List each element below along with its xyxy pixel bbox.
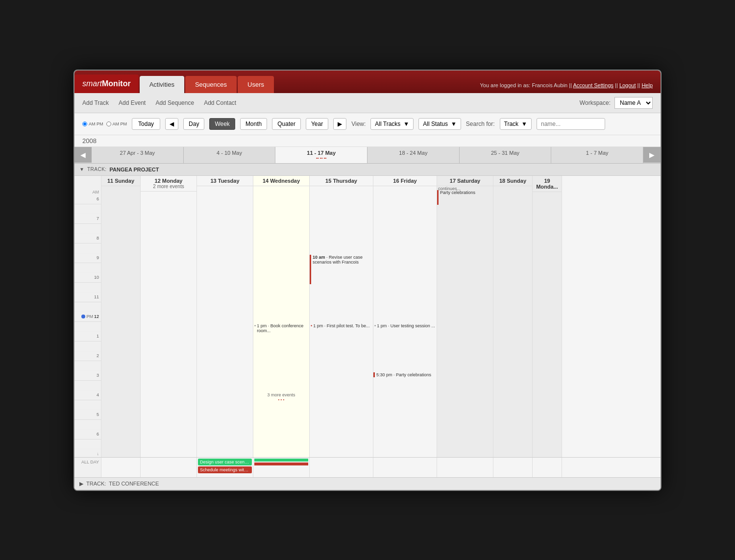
allday-design-continuation: [254, 459, 308, 462]
view-day-button[interactable]: Day: [183, 118, 204, 130]
workspace-select[interactable]: Name A: [614, 97, 653, 109]
year-label: 2008: [82, 137, 97, 145]
year-bar: 2008: [74, 135, 661, 147]
track1-toggle-icon: ▼: [79, 167, 84, 172]
monday-more-events[interactable]: 2 more events: [142, 184, 196, 189]
all-status-select[interactable]: All Status ▼: [418, 118, 461, 130]
logged-in-text: You are logged in as: Francois Aubin ||: [480, 82, 572, 88]
am-pm-group: AM PM AM PM: [82, 122, 127, 126]
help-link[interactable]: Help: [641, 82, 653, 88]
thursday-1pm-event[interactable]: • 1 pm · First pilot test. To be...: [311, 323, 372, 328]
allday-sunday18: [493, 458, 533, 477]
allday-wednesday14: [253, 458, 310, 477]
saturday-party-event[interactable]: Party celebrations: [440, 190, 492, 195]
day-col-friday16: 16 Friday • 1 pm · User testing session …: [373, 176, 437, 457]
time-1pm: 1: [74, 332, 101, 341]
allday-tuesday13: Design user case scenarios Schedule meet…: [197, 458, 253, 477]
ampm-radio-2[interactable]: AM PM: [106, 122, 127, 126]
days-grid: 11 Sunday 12 Monday 2 more events: [101, 176, 661, 457]
dropdown-icon: ▼: [521, 121, 527, 127]
day-header-sunday18: 18 Sunday: [493, 176, 532, 186]
day-header-friday16: 16 Friday: [373, 176, 437, 186]
tab-activities[interactable]: Activities: [140, 76, 184, 93]
tab-sequences[interactable]: Sequences: [185, 76, 237, 93]
track-search-select[interactable]: Track ▼: [500, 118, 532, 130]
day-header-tuesday13: 13 Tuesday: [197, 176, 253, 186]
week-next-button[interactable]: ▶: [643, 147, 661, 163]
friday-530-event[interactable]: 5:30 pm · Party celebrations: [374, 372, 436, 377]
time-3pm: 3: [74, 371, 101, 381]
add-contact-button[interactable]: Add Contact: [204, 99, 236, 106]
account-settings-link[interactable]: Account Settings: [573, 82, 613, 88]
week-range-5[interactable]: 25 - 31 May: [460, 147, 552, 163]
wednesday-1pm-event[interactable]: • 1 pm · Book conference room...: [254, 323, 308, 333]
logo[interactable]: smartMonitor: [74, 74, 139, 93]
track1-name: PANGEA PROJECT: [110, 167, 159, 172]
week-range-3[interactable]: 11 - 17 May •• •• ••: [275, 147, 368, 163]
time-column: AM 6 7 8 9 10 11 PM: [74, 176, 101, 457]
thursday-10am-event[interactable]: 10 am · Revise user case scenarios with …: [313, 255, 372, 265]
time-6am: 6: [74, 195, 101, 204]
track1-header[interactable]: ▼ TRACK: PANGEA PROJECT: [74, 164, 661, 176]
allday-label: ALL DAY: [74, 458, 101, 477]
allday-thursday15: [310, 458, 373, 477]
allday-monday12: [141, 458, 197, 477]
friday-1pm-event[interactable]: • 1 pm · User testing session ...: [374, 323, 436, 328]
week-range-4[interactable]: 18 - 24 May: [368, 147, 460, 163]
time-8am: 8: [74, 234, 101, 243]
day-col-monday19: 19 Monda...: [533, 176, 562, 457]
time-7am: 7: [74, 214, 101, 224]
week-range-6[interactable]: 1 - 7 May: [551, 147, 643, 163]
view-week-button[interactable]: Week: [209, 118, 235, 130]
track2-header[interactable]: ▶ TRACK: TED CONFERENCE: [74, 477, 661, 490]
toolbar: Add Track Add Event Add Sequence Add Con…: [74, 93, 661, 113]
week-range-2[interactable]: 4 - 10 May: [184, 147, 276, 163]
week-range-1[interactable]: 27 Apr - 3 May: [92, 147, 184, 163]
add-sequence-button[interactable]: Add Sequence: [155, 99, 194, 106]
day-col-saturday17: 17 Saturday continues... Party celebrati…: [437, 176, 493, 457]
view-label: View:: [351, 121, 366, 127]
user-info: You are logged in as: Francois Aubin || …: [480, 82, 653, 93]
all-tracks-select[interactable]: All Tracks ▼: [370, 118, 414, 130]
day-header-sunday11: 11 Sunday: [101, 176, 140, 186]
logo-bold: Monitor: [102, 79, 131, 88]
allday-design-event[interactable]: Design user case scenarios: [198, 459, 252, 465]
next-arrow[interactable]: ▶: [333, 118, 346, 130]
week-dots: •• •• ••: [277, 156, 365, 160]
search-input[interactable]: [537, 118, 605, 130]
today-button[interactable]: Today: [132, 118, 160, 130]
time-9am: 9: [74, 253, 101, 263]
allday-saturday17: [437, 458, 493, 477]
calendar-grid: AM 6 7 8 9 10 11 PM: [74, 176, 661, 457]
day-header-saturday17: 17 Saturday: [437, 176, 493, 186]
time-4pm: 4: [74, 390, 101, 400]
time-5pm: 5: [74, 410, 101, 420]
calendar-body: ▼ TRACK: PANGEA PROJECT AM 6 7 8: [74, 164, 661, 490]
allday-schedule-event[interactable]: Schedule meetings with users: [198, 466, 252, 473]
tab-users[interactable]: Users: [238, 76, 274, 93]
day-col-sunday11: 11 Sunday: [101, 176, 141, 457]
view-quater-button[interactable]: Quater: [272, 118, 301, 130]
view-year-button[interactable]: Year: [306, 118, 328, 130]
week-prev-button[interactable]: ◀: [74, 147, 92, 163]
logout-link[interactable]: Logout: [619, 82, 636, 88]
search-label: Search for:: [466, 121, 495, 127]
day-header-monday19: 19 Monda...: [533, 176, 562, 192]
dropdown-icon: ▼: [403, 121, 409, 127]
time-11am: 11: [74, 292, 101, 302]
day-col-tuesday13: 13 Tuesday: [197, 176, 253, 457]
add-event-button[interactable]: Add Event: [119, 99, 146, 106]
ampm-radio-1[interactable]: AM PM: [82, 122, 103, 126]
saturday-party-indicator: [437, 190, 439, 205]
wednesday-more-events[interactable]: 3 more events • • •: [253, 392, 309, 402]
thursday-event-indicator: [310, 255, 311, 284]
dropdown-icon: ▼: [451, 121, 457, 127]
prev-arrow[interactable]: ◀: [165, 118, 178, 130]
time-10am: 10: [74, 273, 101, 283]
allday-days: Design user case scenarios Schedule meet…: [101, 458, 661, 477]
pm-indicator: [81, 315, 85, 318]
add-track-button[interactable]: Add Track: [82, 99, 109, 106]
week-ranges: 27 Apr - 3 May 4 - 10 May 11 - 17 May ••…: [92, 147, 643, 163]
track2-toggle-icon: ▶: [79, 481, 83, 487]
view-month-button[interactable]: Month: [240, 118, 267, 130]
